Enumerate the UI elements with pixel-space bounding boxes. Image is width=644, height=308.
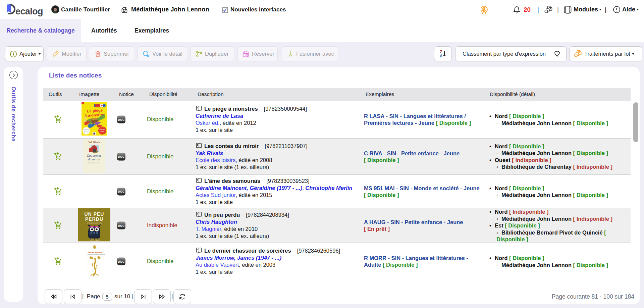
svg-text:Neuf de l'école des loisirs: Neuf de l'école des loisirs xyxy=(88,162,101,164)
svg-text:Catherine: Catherine xyxy=(83,129,89,131)
svg-text:Le dernier chasseur de sorcièr: Le dernier chasseur de sorcières xyxy=(87,254,105,255)
svg-text:✦ thierry magnier: ✦ thierry magnier xyxy=(88,239,100,241)
svg-text:James Morrow: James Morrow xyxy=(88,251,102,253)
svg-text:A: A xyxy=(440,54,443,58)
svg-text:Yak Rivais: Yak Rivais xyxy=(89,141,100,144)
svg-text:ecalog: ecalog xyxy=(15,6,43,16)
svg-text:de Lasa: de Lasa xyxy=(84,131,89,133)
svg-text:CHRIS HAUGHTON: CHRIS HAUGHTON xyxy=(87,222,102,224)
svg-text:UN PEU: UN PEU xyxy=(85,211,104,217)
svg-text:Les contes: Les contes xyxy=(87,154,101,157)
svg-text:Bédé: Bédé xyxy=(101,131,104,133)
svg-text:du miroir: du miroir xyxy=(88,157,101,161)
svg-text:PERDU: PERDU xyxy=(85,216,103,222)
svg-text:Ramono: Ramono xyxy=(99,129,105,131)
